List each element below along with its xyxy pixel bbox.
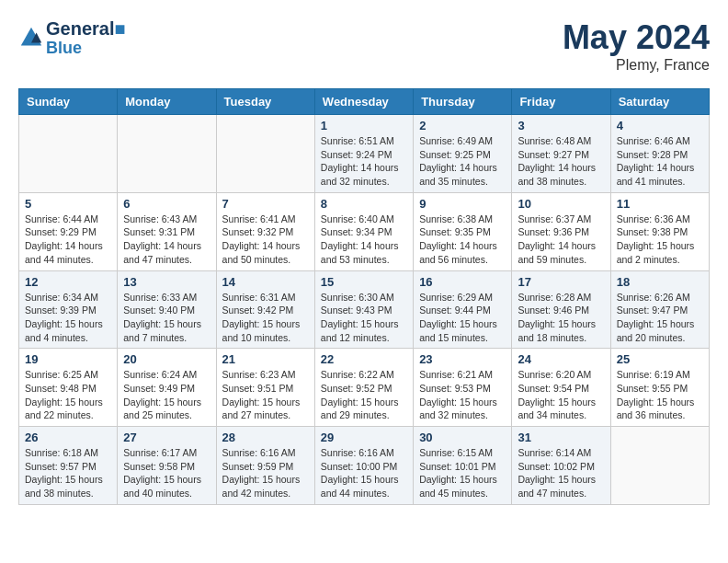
day-info: Sunrise: 6:40 AM Sunset: 9:34 PM Dayligh… — [321, 213, 407, 267]
calendar-week-row: 12Sunrise: 6:34 AM Sunset: 9:39 PM Dayli… — [19, 270, 710, 349]
calendar-cell: 19Sunrise: 6:25 AM Sunset: 9:48 PM Dayli… — [19, 349, 118, 427]
calendar-cell: 16Sunrise: 6:29 AM Sunset: 9:44 PM Dayli… — [414, 270, 512, 349]
day-number: 20 — [123, 352, 210, 366]
calendar-cell: 17Sunrise: 6:28 AM Sunset: 9:46 PM Dayli… — [512, 270, 610, 349]
calendar-week-row: 5Sunrise: 6:44 AM Sunset: 9:29 PM Daylig… — [19, 192, 710, 270]
day-number: 9 — [419, 197, 506, 211]
calendar-cell: 22Sunrise: 6:22 AM Sunset: 9:52 PM Dayli… — [314, 349, 413, 427]
day-info: Sunrise: 6:25 AM Sunset: 9:48 PM Dayligh… — [25, 368, 111, 422]
day-number: 21 — [222, 352, 309, 366]
day-number: 28 — [222, 431, 309, 444]
day-info: Sunrise: 6:20 AM Sunset: 9:54 PM Dayligh… — [518, 368, 604, 422]
calendar-week-row: 26Sunrise: 6:18 AM Sunset: 9:57 PM Dayli… — [19, 427, 710, 505]
calendar-cell: 9Sunrise: 6:38 AM Sunset: 9:35 PM Daylig… — [414, 192, 512, 270]
calendar-cell: 11Sunrise: 6:36 AM Sunset: 9:38 PM Dayli… — [610, 192, 709, 270]
calendar-cell: 2Sunrise: 6:49 AM Sunset: 9:25 PM Daylig… — [414, 115, 512, 193]
day-info: Sunrise: 6:19 AM Sunset: 9:55 PM Dayligh… — [617, 368, 703, 422]
day-info: Sunrise: 6:31 AM Sunset: 9:42 PM Dayligh… — [222, 291, 309, 345]
day-number: 27 — [123, 431, 210, 444]
day-info: Sunrise: 6:38 AM Sunset: 9:35 PM Dayligh… — [419, 213, 506, 267]
day-info: Sunrise: 6:21 AM Sunset: 9:53 PM Dayligh… — [419, 368, 506, 422]
day-info: Sunrise: 6:15 AM Sunset: 10:01 PM Daylig… — [419, 446, 506, 500]
calendar-header-saturday: Saturday — [610, 89, 709, 115]
day-number: 29 — [321, 431, 407, 444]
day-number: 7 — [222, 197, 309, 211]
calendar-cell: 20Sunrise: 6:24 AM Sunset: 9:49 PM Dayli… — [118, 349, 216, 427]
day-info: Sunrise: 6:44 AM Sunset: 9:29 PM Dayligh… — [25, 213, 111, 267]
calendar-cell: 12Sunrise: 6:34 AM Sunset: 9:39 PM Dayli… — [19, 270, 118, 349]
logo-icon — [18, 25, 44, 51]
day-info: Sunrise: 6:29 AM Sunset: 9:44 PM Dayligh… — [419, 291, 506, 345]
day-number: 13 — [123, 275, 210, 289]
month-title: May 2024 — [563, 18, 710, 57]
calendar-cell: 27Sunrise: 6:17 AM Sunset: 9:58 PM Dayli… — [118, 427, 216, 505]
calendar-cell: 28Sunrise: 6:16 AM Sunset: 9:59 PM Dayli… — [216, 427, 314, 505]
calendar-cell: 4Sunrise: 6:46 AM Sunset: 9:28 PM Daylig… — [610, 115, 709, 193]
day-info: Sunrise: 6:18 AM Sunset: 9:57 PM Dayligh… — [25, 446, 111, 500]
calendar-cell: 7Sunrise: 6:41 AM Sunset: 9:32 PM Daylig… — [216, 192, 314, 270]
day-info: Sunrise: 6:48 AM Sunset: 9:27 PM Dayligh… — [518, 134, 604, 189]
calendar-cell: 8Sunrise: 6:40 AM Sunset: 9:34 PM Daylig… — [314, 192, 413, 270]
calendar-header-monday: Monday — [118, 89, 216, 115]
calendar-cell: 6Sunrise: 6:43 AM Sunset: 9:31 PM Daylig… — [118, 192, 216, 270]
day-info: Sunrise: 6:37 AM Sunset: 9:36 PM Dayligh… — [518, 213, 604, 267]
day-number: 23 — [419, 352, 506, 366]
calendar-header-thursday: Thursday — [414, 89, 512, 115]
calendar-cell: 15Sunrise: 6:30 AM Sunset: 9:43 PM Dayli… — [314, 270, 413, 349]
day-info: Sunrise: 6:26 AM Sunset: 9:47 PM Dayligh… — [617, 291, 703, 345]
day-number: 30 — [419, 431, 506, 444]
calendar-cell: 25Sunrise: 6:19 AM Sunset: 9:55 PM Dayli… — [610, 349, 709, 427]
calendar-cell: 31Sunrise: 6:14 AM Sunset: 10:02 PM Dayl… — [512, 427, 610, 505]
day-number: 14 — [222, 275, 309, 289]
logo-text: General■ Blue — [46, 18, 126, 58]
calendar-cell: 24Sunrise: 6:20 AM Sunset: 9:54 PM Dayli… — [512, 349, 610, 427]
day-number: 12 — [25, 275, 111, 289]
calendar-cell: 21Sunrise: 6:23 AM Sunset: 9:51 PM Dayli… — [216, 349, 314, 427]
day-info: Sunrise: 6:30 AM Sunset: 9:43 PM Dayligh… — [321, 291, 407, 345]
day-number: 3 — [518, 119, 604, 132]
day-info: Sunrise: 6:28 AM Sunset: 9:46 PM Dayligh… — [518, 291, 604, 345]
day-info: Sunrise: 6:33 AM Sunset: 9:40 PM Dayligh… — [123, 291, 210, 345]
location: Plemy, France — [563, 57, 710, 74]
day-info: Sunrise: 6:43 AM Sunset: 9:31 PM Dayligh… — [123, 213, 210, 267]
calendar-week-row: 19Sunrise: 6:25 AM Sunset: 9:48 PM Dayli… — [19, 349, 710, 427]
calendar-cell: 10Sunrise: 6:37 AM Sunset: 9:36 PM Dayli… — [512, 192, 610, 270]
calendar-cell: 18Sunrise: 6:26 AM Sunset: 9:47 PM Dayli… — [610, 270, 709, 349]
day-info: Sunrise: 6:46 AM Sunset: 9:28 PM Dayligh… — [617, 134, 703, 189]
day-number: 19 — [25, 352, 111, 366]
day-info: Sunrise: 6:23 AM Sunset: 9:51 PM Dayligh… — [222, 368, 309, 422]
calendar-cell — [610, 427, 709, 505]
calendar-week-row: 1Sunrise: 6:51 AM Sunset: 9:24 PM Daylig… — [19, 115, 710, 193]
day-number: 31 — [518, 431, 604, 444]
calendar-cell: 14Sunrise: 6:31 AM Sunset: 9:42 PM Dayli… — [216, 270, 314, 349]
day-info: Sunrise: 6:34 AM Sunset: 9:39 PM Dayligh… — [25, 291, 111, 345]
day-info: Sunrise: 6:51 AM Sunset: 9:24 PM Dayligh… — [321, 134, 407, 189]
day-number: 17 — [518, 275, 604, 289]
day-number: 4 — [617, 119, 703, 132]
calendar-cell: 3Sunrise: 6:48 AM Sunset: 9:27 PM Daylig… — [512, 115, 610, 193]
title-block: May 2024 Plemy, France — [563, 18, 710, 74]
day-info: Sunrise: 6:16 AM Sunset: 10:00 PM Daylig… — [321, 446, 407, 500]
calendar-cell: 13Sunrise: 6:33 AM Sunset: 9:40 PM Dayli… — [118, 270, 216, 349]
day-number: 15 — [321, 275, 407, 289]
calendar-header-tuesday: Tuesday — [216, 89, 314, 115]
calendar-cell: 1Sunrise: 6:51 AM Sunset: 9:24 PM Daylig… — [314, 115, 413, 193]
day-number: 8 — [321, 197, 407, 211]
day-number: 6 — [123, 197, 210, 211]
day-info: Sunrise: 6:22 AM Sunset: 9:52 PM Dayligh… — [321, 368, 407, 422]
day-number: 22 — [321, 352, 407, 366]
calendar-table: SundayMondayTuesdayWednesdayThursdayFrid… — [18, 88, 710, 505]
day-info: Sunrise: 6:17 AM Sunset: 9:58 PM Dayligh… — [123, 446, 210, 500]
day-number: 18 — [617, 275, 703, 289]
day-number: 16 — [419, 275, 506, 289]
day-number: 2 — [419, 119, 506, 132]
calendar-cell: 29Sunrise: 6:16 AM Sunset: 10:00 PM Dayl… — [314, 427, 413, 505]
day-info: Sunrise: 6:41 AM Sunset: 9:32 PM Dayligh… — [222, 213, 309, 267]
calendar-cell — [216, 115, 314, 193]
day-number: 11 — [617, 197, 703, 211]
day-info: Sunrise: 6:36 AM Sunset: 9:38 PM Dayligh… — [617, 213, 703, 267]
header: General■ Blue May 2024 Plemy, France — [18, 18, 710, 74]
day-info: Sunrise: 6:16 AM Sunset: 9:59 PM Dayligh… — [222, 446, 309, 500]
calendar-cell — [19, 115, 118, 193]
day-info: Sunrise: 6:14 AM Sunset: 10:02 PM Daylig… — [518, 446, 604, 500]
